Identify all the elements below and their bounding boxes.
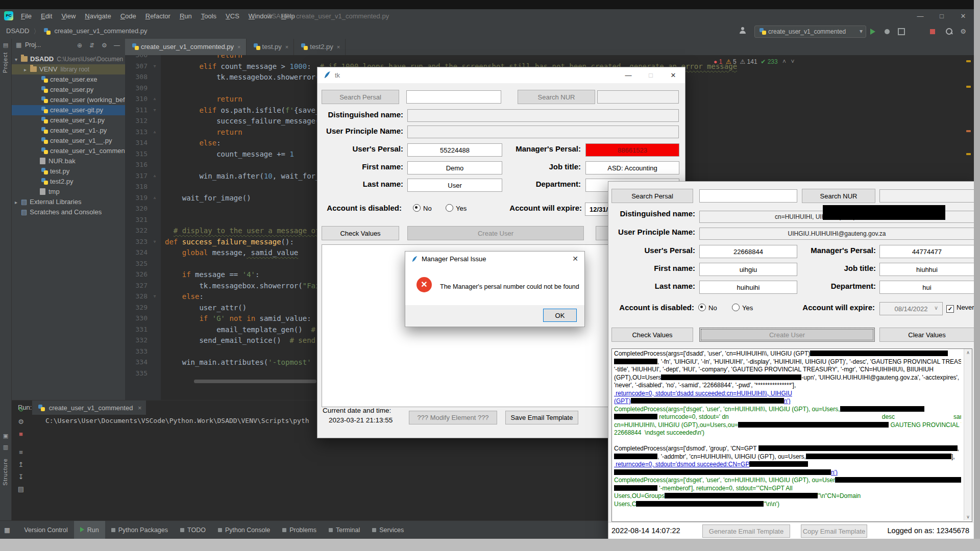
scroll-down-icon[interactable]: ↧	[16, 472, 26, 482]
prev-issue-icon[interactable]: ˄	[782, 58, 786, 65]
search-persal-input[interactable]	[699, 189, 797, 203]
status-item-python-console[interactable]: Python Console	[212, 521, 276, 539]
inspections-widget[interactable]: ● 1 ⚠ 5 ⚠ 141 ✔ 233 ˄ ˅	[714, 57, 794, 66]
search-nur-input[interactable]	[879, 189, 974, 203]
expire-combo[interactable]: 08/14/2022	[879, 302, 943, 315]
status-item-terminal[interactable]: Terminal	[323, 521, 366, 539]
next-issue-icon[interactable]: ˅	[791, 58, 794, 65]
menu-item-edit[interactable]: Edit	[36, 9, 57, 23]
project-tool-icon[interactable]: ▤	[0, 42, 11, 48]
fold-marker-icon[interactable]: ▿	[151, 61, 159, 72]
mgr-persal-input[interactable]: 44774477	[879, 245, 974, 258]
scroll-up-icon[interactable]: ∧	[964, 350, 972, 355]
settings-icon[interactable]: ⚙	[959, 27, 968, 36]
tool-windows-icon[interactable]: ▦	[0, 521, 16, 539]
fold-marker-icon[interactable]: ▿	[151, 105, 159, 116]
search-persal-button[interactable]: Search Persal	[322, 90, 399, 104]
disabled-yes-radio[interactable]: Yes	[446, 204, 467, 212]
scroll-up-icon[interactable]: ↥	[16, 460, 26, 470]
tk-window-titlebar[interactable]: tk — □ ✕	[317, 67, 685, 83]
search-persal-button[interactable]: Search Persal	[611, 189, 693, 203]
disabled-no-radio[interactable]: No	[413, 204, 432, 212]
tree-item[interactable]: NUR.bak	[12, 156, 125, 166]
check-values-button[interactable]: Check Values	[322, 226, 399, 240]
tree-item[interactable]: tmp	[12, 187, 125, 197]
tree-item[interactable]: create_user_v1-.py	[12, 126, 125, 136]
tree-item[interactable]: ▸▤External Libraries	[12, 197, 125, 207]
close-icon[interactable]: ×	[138, 404, 142, 412]
tree-chevron-icon[interactable]: ▸	[15, 197, 21, 208]
favorites-icon[interactable]: ▥	[0, 444, 11, 450]
status-item-version-control[interactable]: Version Control	[18, 521, 74, 539]
last-name-input[interactable]: huihuihi	[699, 281, 797, 294]
close-icon[interactable]: ✕	[572, 255, 578, 263]
minimize-icon[interactable]: —	[618, 67, 639, 83]
first-name-input[interactable]: Demo	[407, 161, 502, 174]
tree-item[interactable]: test2.py	[12, 177, 125, 187]
search-nur-button[interactable]: Search NUR	[518, 90, 595, 104]
status-item-run[interactable]: Run	[74, 521, 105, 539]
last-name-input[interactable]: User	[407, 179, 502, 192]
search-nur-input[interactable]	[597, 90, 679, 104]
run-icon[interactable]	[868, 27, 877, 36]
tree-item[interactable]: create_user.exe	[12, 74, 125, 85]
close-icon[interactable]: ×	[285, 44, 288, 50]
structure-strip-label[interactable]: Structure	[2, 458, 8, 486]
menu-item-run[interactable]: Run	[175, 9, 197, 23]
menu-item-code[interactable]: Code	[116, 9, 141, 23]
tree-item[interactable]: create_user-git.py	[12, 105, 125, 115]
settings-icon[interactable]: ⚙	[16, 417, 26, 427]
check-values-button[interactable]: Check Values	[611, 328, 693, 342]
softwrap-icon[interactable]: ≡	[16, 447, 26, 458]
dn-input[interactable]	[407, 109, 679, 122]
department-input[interactable]: hui	[879, 281, 974, 294]
rerun-icon[interactable]: ↻	[16, 405, 26, 415]
tree-item[interactable]: ▾DSADDC:\Users\User\Documen	[12, 54, 125, 64]
menu-item-vcs[interactable]: VCS	[221, 9, 244, 23]
disabled-yes-radio[interactable]: Yes	[732, 304, 753, 312]
status-item-todo[interactable]: TODO	[174, 521, 212, 539]
upn-input[interactable]	[407, 126, 679, 138]
user-persal-input[interactable]: 22668844	[699, 245, 797, 258]
tree-item[interactable]: create_user_v1.py	[12, 115, 125, 126]
upn-input[interactable]: UIHGIU.HUIHUIHI@gauteng.gov.za	[699, 228, 974, 240]
run-tab[interactable]: create_user_v1_commented ×	[32, 400, 146, 415]
fold-marker-icon[interactable]: ▿	[151, 236, 159, 247]
status-item-problems[interactable]: Problems	[276, 521, 323, 539]
job-title-input[interactable]: ASD: Accounting	[585, 161, 679, 174]
menu-item-tools[interactable]: Tools	[197, 9, 221, 23]
user-persal-input[interactable]: 55224488	[407, 143, 502, 157]
tree-item[interactable]: ▤Scratches and Consoles	[12, 207, 125, 217]
clear-values-button[interactable]: Clear Values	[879, 328, 974, 342]
mgr-persal-input[interactable]: 88661523	[585, 143, 679, 157]
project-header-icon[interactable]: ⊕	[77, 42, 82, 49]
fold-marker-icon[interactable]: ▵	[151, 170, 159, 182]
close-button[interactable]: ✕	[955, 11, 971, 22]
search-persal-input[interactable]	[406, 90, 501, 104]
search-icon[interactable]	[944, 27, 953, 36]
tree-item[interactable]: create_user.py	[12, 85, 125, 95]
save-email-template-button[interactable]: Save Email Template	[505, 411, 578, 424]
disabled-no-radio[interactable]: No	[698, 304, 717, 312]
close-icon[interactable]: ×	[237, 44, 240, 50]
menu-item-refactor[interactable]: Refactor	[141, 9, 175, 23]
create-user-button[interactable]: Create User	[699, 328, 875, 342]
tab-test.py[interactable]: test.py×	[247, 39, 295, 55]
bookmark-icon[interactable]: ▣	[0, 433, 11, 439]
tree-item[interactable]: create_user_v1_commented.p	[12, 146, 125, 156]
tree-item[interactable]: ▸VENVlibrary root	[12, 64, 125, 74]
editor-hscrollbar[interactable]	[194, 380, 316, 383]
modify-element-button[interactable]: ??? Modify Element ???	[409, 411, 497, 424]
fold-marker-icon[interactable]: ▵	[151, 127, 159, 138]
search-nur-button[interactable]: Search NUR	[802, 189, 875, 203]
status-item-python-packages[interactable]: Python Packages	[105, 521, 174, 539]
close-icon[interactable]: ×	[337, 44, 340, 50]
breadcrumb-file[interactable]: create_user_v1_commented.py	[54, 27, 147, 35]
tree-chevron-icon[interactable]: ▸	[24, 65, 30, 75]
first-name-input[interactable]: uihgiu	[699, 263, 797, 276]
stop-icon[interactable]	[928, 27, 937, 36]
menu-item-view[interactable]: View	[57, 9, 80, 23]
fold-marker-icon[interactable]: ▿	[151, 291, 159, 302]
run-config-combo[interactable]: create_user_v1_commented ▾	[754, 26, 866, 38]
generate-email-template-button[interactable]: Generate Email Template	[702, 524, 790, 538]
